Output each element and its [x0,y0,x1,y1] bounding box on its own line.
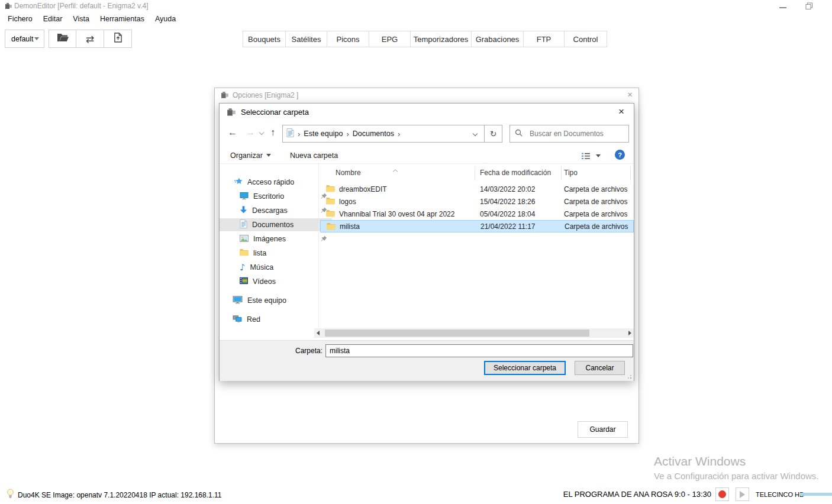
menu-vista[interactable]: Vista [67,15,95,23]
main-toolbar: ⇄ [49,30,132,48]
chevron-down-icon [34,37,39,40]
tab-satelites[interactable]: Satélites [286,31,327,47]
file-modified: 21/04/2022 11:17 [481,222,536,231]
folder-icon [326,209,335,219]
column-header-modified[interactable]: Fecha de modificación [480,169,551,177]
profile-dropdown-label: default [11,35,34,43]
scroll-left-icon[interactable] [317,331,320,335]
file-modified: 05/04/2022 18:04 [480,210,535,218]
options-close-icon[interactable]: × [627,89,633,99]
file-row-dreamboxedit[interactable]: dreamboxEDIT 14/03/2022 20:02 Carpeta de… [320,183,634,195]
sidebar-item-red[interactable]: Red [220,313,325,326]
scrollbar-thumb[interactable] [325,329,589,337]
file-row-logos[interactable]: logos 15/04/2022 18:26 Carpeta de archiv… [320,195,634,208]
breadcrumb-separator: › [394,130,404,138]
address-dropdown-icon[interactable] [473,131,478,136]
column-header-type[interactable]: Tipo [564,169,578,177]
watermark-title: Activar Windows [654,454,818,469]
search-icon [515,128,523,139]
sort-ascending-icon [392,164,398,175]
profile-dropdown[interactable]: default [5,30,44,48]
restore-button[interactable] [805,2,813,12]
sidebar-item-este-equipo[interactable]: Este equipo [220,294,325,307]
view-mode-chevron-icon[interactable] [596,154,601,157]
address-bar[interactable]: › Este equipo › Documentos › [282,125,485,143]
resize-grip[interactable] [630,377,631,379]
file-type: Carpeta de archivos [564,210,627,218]
play-icon [740,491,745,498]
organize-menu[interactable]: Organizar [230,151,271,160]
breadcrumb-separator: › [343,130,352,138]
sidebar-label: Descargas [252,206,288,215]
tab-grabaciones[interactable]: Grabaciones [472,31,524,47]
search-input[interactable] [528,129,624,138]
import-file-icon [114,33,122,45]
tab-picons[interactable]: Picons [327,31,369,47]
menu-editar[interactable]: Editar [38,15,68,23]
menu-fichero[interactable]: Fichero [2,15,38,23]
breadcrumb-this-pc[interactable]: Este equipo [304,130,343,138]
sidebar-label: Red [247,315,260,324]
transfer-button[interactable]: ⇄ [76,30,104,48]
sidebar-label: Música [250,263,274,272]
transfer-arrows-icon: ⇄ [86,33,94,45]
watermark-subtitle: Ve a Configuración para activar Windows. [654,471,818,481]
command-bar: Organizar Nueva carpeta ? [220,147,634,163]
new-folder-button[interactable]: Nueva carpeta [290,151,338,160]
minimize-button[interactable] [779,7,786,8]
sidebar-item-escritorio[interactable]: Escritorio [220,190,332,203]
column-separator[interactable] [630,166,631,180]
file-row-milista-selected[interactable]: milista 21/04/2022 11:17 Carpeta de arch… [320,220,634,232]
help-button[interactable]: ? [615,150,625,160]
horizontal-scrollbar[interactable] [314,328,634,338]
options-dialog-title: Opciones [Enigma2 ] [233,91,298,99]
sidebar-item-lista[interactable]: lista [220,247,332,260]
file-modified: 14/03/2022 20:02 [480,185,535,193]
scroll-right-icon[interactable] [628,331,631,335]
folder-name-input[interactable] [325,344,633,357]
sidebar-item-documentos[interactable]: Documentos [220,218,332,231]
sidebar-item-videos[interactable]: Vídeos [220,275,332,288]
sidebar-item-quick-access[interactable]: Acceso rápido [220,176,326,189]
file-row-vhannibal[interactable]: Vhannibal Trial 30 ovest 04 apr 2022 05/… [320,208,634,220]
forward-icon[interactable]: → [246,128,255,137]
sidebar-item-imagenes[interactable]: Imágenes [220,232,332,245]
file-dialog: Seleccionar carpeta × ← → ↑ › Este equip… [219,103,634,381]
videos-icon [240,277,248,286]
select-folder-button[interactable]: Seleccionar carpeta [484,361,566,375]
tab-control[interactable]: Control [565,31,607,47]
save-button[interactable]: Guardar [578,421,628,438]
column-separator[interactable] [475,166,475,180]
menu-ayuda[interactable]: Ayuda [150,15,181,23]
sidebar-item-descargas[interactable]: Descargas [220,204,332,217]
file-type: Carpeta de archivos [564,185,627,193]
history-chevron-icon[interactable] [259,130,264,135]
cancel-button[interactable]: Cancelar [575,361,625,375]
back-icon[interactable]: ← [228,128,237,137]
menu-herramientas[interactable]: Herramientas [95,15,150,23]
column-header-name[interactable]: Nombre [336,169,361,177]
breadcrumb-documents[interactable]: Documentos [353,130,394,138]
import-file-button[interactable] [104,30,132,48]
search-box[interactable] [509,125,629,143]
file-dialog-close-icon[interactable]: × [618,106,624,118]
tab-temporizadores[interactable]: Temporizadores [411,31,472,47]
tab-epg[interactable]: EPG [369,31,411,47]
view-mode-button[interactable] [582,151,590,162]
column-separator[interactable] [561,166,562,180]
sidebar-label: Escritorio [253,192,284,201]
organize-label: Organizar [230,151,263,160]
refresh-button[interactable]: ↻ [484,125,502,143]
record-button[interactable] [715,487,729,501]
music-note-icon: ♪ [240,263,246,272]
folder-icon [326,185,335,194]
up-icon[interactable]: ↑ [270,128,275,137]
sidebar-label: Este equipo [247,296,286,305]
pane-splitter[interactable] [318,164,319,327]
tab-ftp[interactable]: FTP [524,31,565,47]
tab-bouquets[interactable]: Bouquets [243,31,286,47]
open-folder-button[interactable] [49,30,76,48]
open-folder-icon [57,33,69,44]
play-button[interactable] [736,487,749,501]
sidebar-item-musica[interactable]: ♪ Música [220,261,332,274]
